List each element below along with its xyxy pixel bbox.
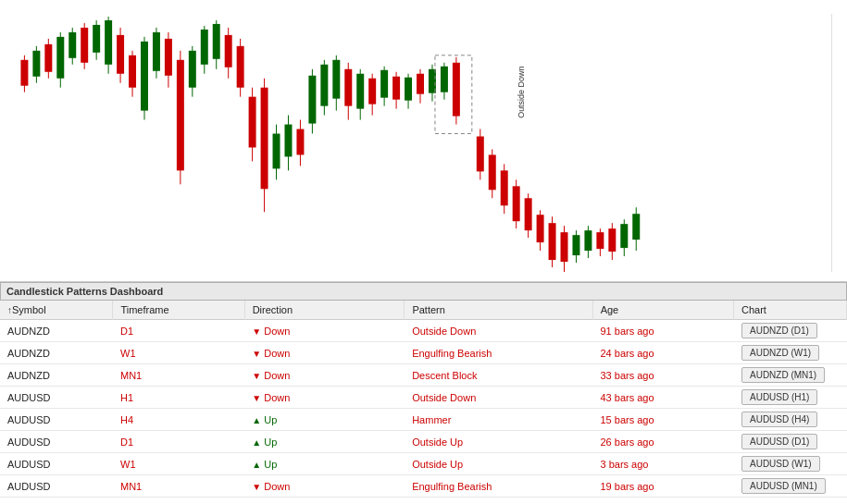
svg-rect-10 (69, 32, 76, 58)
svg-rect-104 (632, 214, 640, 240)
cell-age: 19 bars ago (592, 475, 734, 498)
cell-symbol: AUDNZD (0, 320, 113, 342)
svg-rect-42 (261, 88, 268, 190)
table-row: AUDUSD MN1 ▼ Down Engulfing Bearish 19 b… (0, 475, 847, 498)
chart-button[interactable]: AUDNZD (MN1) (741, 367, 825, 383)
direction-label: Down (264, 481, 290, 492)
cell-direction: ▲ Up (244, 431, 405, 453)
direction-label: Down (264, 370, 290, 381)
svg-rect-30 (189, 51, 196, 88)
table-row: AUDNZD MN1 ▼ Down Descent Block 33 bars … (0, 364, 847, 387)
svg-rect-100 (608, 228, 616, 252)
svg-rect-46 (284, 125, 292, 157)
svg-text:Outside Down: Outside Down (517, 67, 526, 118)
svg-rect-78 (477, 137, 484, 172)
direction-label: Up (264, 414, 277, 425)
svg-rect-48 (296, 129, 304, 155)
svg-rect-68 (417, 74, 424, 94)
cell-pattern: Hammer (405, 409, 592, 431)
cell-pattern: Engulfing Bearish (405, 342, 592, 364)
cell-chart[interactable]: AUDNZD (D1) (734, 320, 847, 342)
table-body: AUDNZD D1 ▼ Down Outside Down 91 bars ag… (0, 320, 847, 498)
svg-rect-60 (368, 79, 376, 104)
direction-arrow-down: ▼ (252, 393, 261, 403)
svg-rect-50 (308, 76, 316, 124)
svg-rect-52 (320, 65, 328, 106)
chart-button[interactable]: AUDUSD (H4) (741, 412, 817, 427)
chart-button[interactable]: AUDUSD (W1) (741, 456, 820, 472)
cell-pattern: Outside Down (405, 387, 592, 409)
table-row: AUDUSD W1 ▲ Up Outside Up 3 bars ago AUD… (0, 453, 847, 475)
cell-symbol: AUDNZD (0, 364, 113, 387)
cell-age: 15 bars ago (592, 409, 734, 431)
cell-chart[interactable]: AUDNZD (MN1) (734, 364, 847, 387)
cell-age: 33 bars ago (592, 364, 734, 387)
direction-arrow-up: ▲ (252, 415, 261, 425)
cell-timeframe: MN1 (113, 475, 244, 498)
dashboard: Candlestick Patterns Dashboard ↑Symbol T… (0, 282, 847, 504)
cell-chart[interactable]: AUDNZD (W1) (734, 342, 847, 364)
col-chart-header: Chart (734, 301, 847, 320)
cell-timeframe: D1 (113, 431, 244, 453)
table-scroll-area[interactable]: AUDNZD D1 ▼ Down Outside Down 91 bars ag… (0, 320, 847, 504)
svg-rect-38 (237, 46, 244, 88)
cell-timeframe: H1 (113, 387, 244, 409)
chart-button[interactable]: AUDUSD (D1) (741, 434, 817, 449)
direction-label: Down (264, 326, 290, 337)
chart-button[interactable]: AUDNZD (W1) (741, 345, 819, 361)
cell-timeframe: MN1 (113, 364, 244, 387)
chart-area: EURUSD,Monthly 1.13766 1.14277 1.13707 1… (0, 0, 847, 282)
cell-age: 43 bars ago (592, 387, 734, 409)
dashboard-header: Candlestick Patterns Dashboard (0, 282, 847, 301)
cell-chart[interactable]: AUDUSD (D1) (734, 431, 847, 453)
svg-rect-80 (489, 154, 496, 190)
svg-rect-4 (32, 51, 40, 77)
table-row: AUDNZD D1 ▼ Down Outside Down 91 bars ag… (0, 320, 847, 342)
svg-rect-18 (117, 35, 124, 74)
col-pattern-header: Pattern (405, 301, 592, 320)
cell-symbol: AUDUSD (0, 387, 113, 409)
chart-button[interactable]: AUDUSD (MN1) (741, 478, 826, 494)
chart-button[interactable]: AUDUSD (H1) (741, 389, 817, 405)
svg-rect-32 (201, 30, 208, 65)
direction-label: Down (264, 392, 290, 403)
cell-pattern: Outside Up (405, 453, 592, 475)
cell-chart[interactable]: AUDUSD (H4) (734, 409, 847, 431)
cell-direction: ▼ Down (244, 320, 405, 342)
svg-rect-26 (165, 39, 172, 76)
svg-rect-12 (81, 28, 88, 63)
cell-symbol: AUDUSD (0, 431, 113, 453)
table-header: ↑Symbol Timeframe Direction Pattern Age … (0, 301, 847, 320)
svg-rect-40 (249, 97, 256, 148)
svg-rect-92 (561, 232, 568, 262)
svg-rect-96 (584, 230, 592, 251)
svg-rect-6 (44, 44, 52, 72)
col-timeframe-header: Timeframe (113, 301, 244, 320)
col-symbol-header: ↑Symbol (0, 301, 113, 320)
svg-rect-36 (225, 35, 232, 68)
svg-rect-20 (129, 55, 136, 88)
svg-rect-98 (596, 232, 604, 249)
cell-symbol: AUDNZD (0, 342, 113, 364)
chart-button[interactable]: AUDNZD (D1) (741, 323, 817, 338)
cell-age: 3 bars ago (592, 453, 734, 475)
svg-rect-102 (620, 224, 628, 248)
table-row: AUDUSD H1 ▼ Down Outside Down 43 bars ag… (0, 387, 847, 409)
table-row: AUDNZD W1 ▼ Down Engulfing Bearish 24 ba… (0, 342, 847, 364)
direction-label: Down (264, 348, 290, 359)
svg-rect-44 (273, 134, 280, 169)
cell-chart[interactable]: AUDUSD (MN1) (734, 475, 847, 498)
direction-arrow-down: ▼ (252, 349, 261, 359)
direction-arrow-up: ▲ (252, 437, 261, 448)
dashboard-title: Candlestick Patterns Dashboard (6, 286, 163, 297)
cell-chart[interactable]: AUDUSD (W1) (734, 453, 847, 475)
cell-direction: ▼ Down (244, 475, 405, 498)
cell-chart[interactable]: AUDUSD (H1) (734, 387, 847, 409)
cell-timeframe: H4 (113, 409, 244, 431)
svg-rect-66 (405, 78, 412, 101)
svg-rect-24 (153, 32, 160, 71)
candlestick-chart: Outside Down (0, 0, 847, 281)
cell-timeframe: W1 (113, 453, 244, 475)
cell-direction: ▼ Down (244, 364, 405, 387)
cell-direction: ▼ Down (244, 342, 405, 364)
